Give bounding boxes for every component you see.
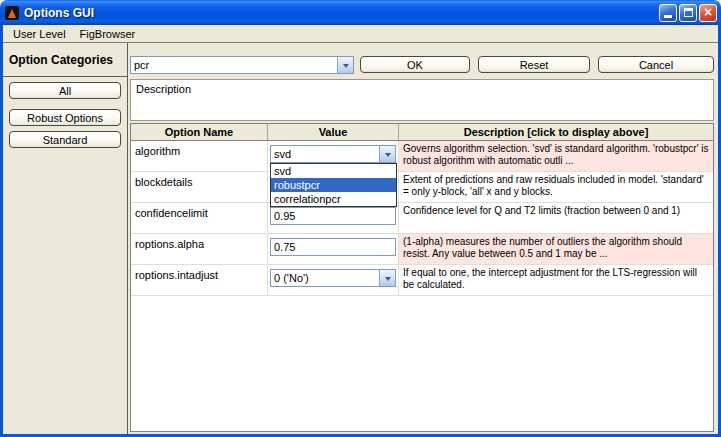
table-row-roptions-alpha: roptions.alpha (1-alpha) measures the nu…	[131, 234, 713, 265]
dropdown-option-correlationpcr[interactable]: correlationpcr	[271, 192, 396, 206]
algorithm-value-combobox[interactable]: svd	[270, 145, 396, 163]
column-header-value: Value	[268, 124, 399, 140]
menubar: User Level FigBrowser	[3, 25, 718, 43]
app-icon	[5, 6, 19, 20]
category-all-button[interactable]: All	[9, 82, 121, 99]
reset-button[interactable]: Reset	[478, 56, 590, 73]
options-table: Option Name Value Description [click to …	[130, 123, 714, 432]
close-icon: ×	[704, 5, 712, 19]
dropdown-option-svd[interactable]: svd	[271, 164, 396, 178]
option-description-cell[interactable]: (1-alpha) measures the number of outlier…	[399, 234, 713, 264]
option-name-cell: blockdetails	[131, 172, 268, 202]
content-area: Option Categories All Robust Options Sta…	[3, 43, 718, 434]
menu-user-level[interactable]: User Level	[6, 27, 73, 41]
category-robust-options-button[interactable]: Robust Options	[9, 109, 121, 126]
option-name-cell: roptions.intadjust	[131, 265, 268, 295]
main-panel: pcr OK Reset Cancel Description Option N…	[128, 43, 718, 434]
category-standard-button[interactable]: Standard	[9, 131, 121, 148]
confidencelimit-value-field[interactable]	[270, 207, 396, 225]
dropdown-option-robustpcr[interactable]: robustpcr	[271, 178, 396, 192]
titlebar[interactable]: Options GUI ×	[0, 0, 721, 25]
chevron-down-icon[interactable]	[337, 57, 353, 73]
option-value-cell: 0 ('No')	[268, 265, 399, 295]
category-button-group: All Robust Options Standard	[3, 77, 127, 158]
table-row-roptions-intadjust: roptions.intadjust 0 ('No') If equal to …	[131, 265, 713, 296]
table-row-confidencelimit: confidencelimit Confidence level for Q a…	[131, 203, 713, 234]
cancel-button[interactable]: Cancel	[598, 56, 714, 73]
chevron-down-icon[interactable]	[379, 146, 395, 162]
column-header-option-name: Option Name	[131, 124, 268, 140]
maximize-button[interactable]	[679, 4, 697, 22]
roptions-intadjust-value-combobox[interactable]: 0 ('No')	[270, 269, 396, 287]
window-frame: User Level FigBrowser Option Categories …	[0, 25, 721, 437]
option-categories-panel: Option Categories All Robust Options Sta…	[3, 43, 128, 434]
option-name-cell: algorithm	[131, 141, 268, 171]
algorithm-value: svd	[271, 146, 379, 162]
table-row-blockdetails: blockdetails Extent of predictions and r…	[131, 172, 713, 203]
options-gui-window: Options GUI × User Level FigBrowser Opti…	[0, 0, 721, 437]
roptions-intadjust-value: 0 ('No')	[271, 270, 379, 286]
window-title: Options GUI	[24, 6, 659, 20]
option-name-cell: confidencelimit	[131, 203, 268, 233]
option-value-cell	[268, 203, 399, 233]
option-description-cell[interactable]: Extent of predictions and raw residuals …	[399, 172, 713, 202]
minimize-icon	[664, 15, 672, 18]
menu-figbrowser[interactable]: FigBrowser	[73, 27, 143, 41]
option-name-cell: roptions.alpha	[131, 234, 268, 264]
option-set-value: pcr	[131, 57, 337, 73]
algorithm-dropdown-list: svd robustpcr correlationpcr	[270, 163, 397, 207]
description-panel: Description	[130, 79, 714, 121]
window-controls: ×	[659, 4, 717, 22]
option-description-cell[interactable]: Governs algorithm selection. 'svd' is st…	[399, 141, 713, 171]
column-header-description: Description [click to display above]	[399, 124, 713, 140]
option-set-combobox[interactable]: pcr	[130, 56, 354, 74]
minimize-button[interactable]	[659, 4, 677, 22]
option-description-cell[interactable]: Confidence level for Q and T2 limits (fr…	[399, 203, 713, 233]
description-label: Description	[136, 83, 191, 95]
table-row-algorithm: algorithm svd Governs algorithm selectio…	[131, 141, 713, 172]
close-button[interactable]: ×	[699, 4, 717, 22]
option-description-cell[interactable]: If equal to one, the intercept adjustmen…	[399, 265, 713, 295]
roptions-alpha-value-field[interactable]	[270, 238, 396, 256]
ok-button[interactable]: OK	[360, 56, 470, 73]
option-categories-header: Option Categories	[3, 43, 127, 77]
chevron-down-icon[interactable]	[379, 270, 395, 286]
maximize-icon	[684, 8, 693, 17]
option-value-cell	[268, 234, 399, 264]
table-header-row: Option Name Value Description [click to …	[131, 124, 713, 141]
